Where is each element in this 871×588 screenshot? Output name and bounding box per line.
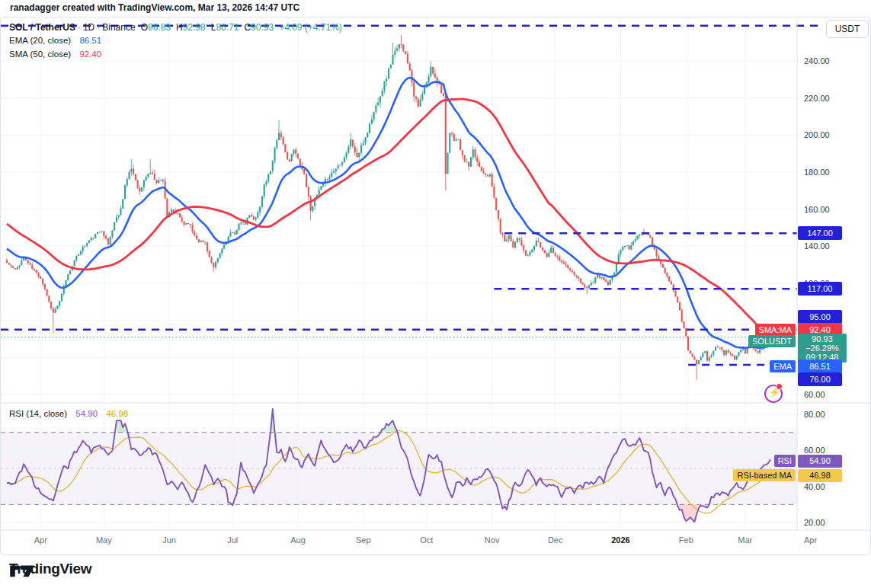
sma-legend[interactable]: SMA (50, close) 92.40 (9, 50, 101, 59)
high-label: H (176, 22, 183, 33)
svg-text:220.00: 220.00 (804, 94, 830, 103)
sma-label: SMA (50, close) (9, 50, 71, 59)
svg-text:40.00: 40.00 (804, 482, 825, 491)
month-label[interactable]: Jul (227, 535, 238, 545)
high-value: 92.98 (183, 22, 206, 33)
change-value: +4.09 (+4.71%) (279, 22, 342, 33)
svg-text:80.00: 80.00 (804, 410, 825, 419)
rsi-ma-value-badge[interactable]: 46.98 (798, 469, 842, 482)
month-label[interactable]: Feb (679, 535, 693, 545)
level-badge-76[interactable]: 76.00 (798, 372, 842, 386)
tradingview-screenshot: ranadagger created with TradingView.com,… (0, 0, 871, 588)
month-label[interactable]: Apr (34, 535, 47, 545)
separator: · (94, 22, 102, 33)
month-label[interactable]: Jun (162, 535, 176, 545)
svg-text:60.00: 60.00 (804, 390, 825, 399)
svg-text:200.00: 200.00 (804, 130, 830, 139)
month-label[interactable]: Apr (804, 535, 817, 545)
rsi-legend[interactable]: RSI (14, close) 54.90 46.98 (9, 409, 128, 418)
time-axis-labels: AprMayJunJulAugSepOctNovDec2026FebMarApr (34, 535, 818, 545)
attribution-text: ranadagger created with TradingView.com,… (10, 2, 299, 13)
open-value: 86.83 (148, 22, 171, 33)
rsi-tag[interactable]: RSI (774, 455, 796, 467)
month-label[interactable]: Mar (738, 535, 752, 545)
chart-widget[interactable]: 240.00220.00200.00180.00160.00140.00120.… (0, 17, 871, 555)
candles (6, 35, 771, 380)
month-label[interactable]: Aug (290, 535, 306, 545)
low-value: 86.71 (216, 22, 239, 33)
svg-text:60.00: 60.00 (804, 446, 825, 455)
notification-dot (776, 383, 783, 390)
month-label[interactable]: Dec (548, 535, 563, 545)
rsi-label: RSI (14, close) (9, 409, 67, 418)
rsi-ma-tag[interactable]: RSI-based MA (733, 469, 796, 481)
tradingview-logo-icon (9, 561, 35, 580)
interval-label[interactable]: 1D (83, 22, 94, 33)
rsi-value-badge[interactable]: 54.90 (798, 455, 842, 468)
exchange-label: Binance (102, 22, 135, 33)
ema-price-badge[interactable]: 86.51 (798, 360, 842, 373)
svg-text:140.00: 140.00 (804, 241, 830, 251)
rsi-value: 54.90 (75, 409, 98, 418)
sma-tag[interactable]: SMA:MA (755, 324, 796, 336)
month-label[interactable]: Sep (356, 535, 371, 545)
month-label[interactable]: May (96, 535, 112, 545)
ema-value: 86.51 (79, 36, 101, 45)
month-label[interactable]: Nov (485, 535, 500, 545)
tradingview-logo[interactable]: TradingView (9, 561, 91, 577)
symbol-legend[interactable]: SOL / TetherUS·1D·BinanceO86.83H92.98L86… (9, 22, 342, 33)
svg-text:180.00: 180.00 (804, 168, 830, 177)
level-badge-95[interactable]: 95.00 (798, 310, 842, 324)
sma-line (7, 99, 770, 334)
sma-value: 92.40 (79, 50, 101, 59)
ema-label: EMA (20, close) (9, 36, 71, 45)
svg-text:240.00: 240.00 (804, 56, 830, 66)
separator: · (75, 22, 83, 33)
level-badge-117[interactable]: 117.00 (798, 282, 842, 296)
open-label: O (141, 22, 148, 33)
symbol-tag[interactable]: SOLUSDT (748, 335, 796, 347)
close-label: C (244, 22, 251, 33)
rsi-ma-value: 46.98 (106, 409, 128, 418)
change-percent: −26.29% (798, 344, 847, 353)
last-price: 90.93 (798, 334, 847, 344)
symbol-name[interactable]: SOL / TetherUS (9, 22, 75, 33)
ema-legend[interactable]: EMA (20, close) 86.51 (9, 36, 101, 45)
level-badge-147[interactable]: 147.00 (798, 226, 842, 240)
ema-tag[interactable]: EMA (770, 360, 796, 372)
month-label[interactable]: 2026 (611, 535, 629, 545)
last-price-badge[interactable]: 90.93 −26.29% 09:12:48 (798, 334, 847, 363)
svg-text:160.00: 160.00 (804, 205, 830, 214)
month-label[interactable]: Oct (420, 535, 433, 545)
currency-unit-button[interactable]: USDT (826, 20, 869, 38)
close-value: 90.93 (251, 22, 274, 33)
svg-text:20.00: 20.00 (804, 518, 825, 527)
spark-lightning-icon[interactable]: ⚡ (764, 385, 783, 403)
